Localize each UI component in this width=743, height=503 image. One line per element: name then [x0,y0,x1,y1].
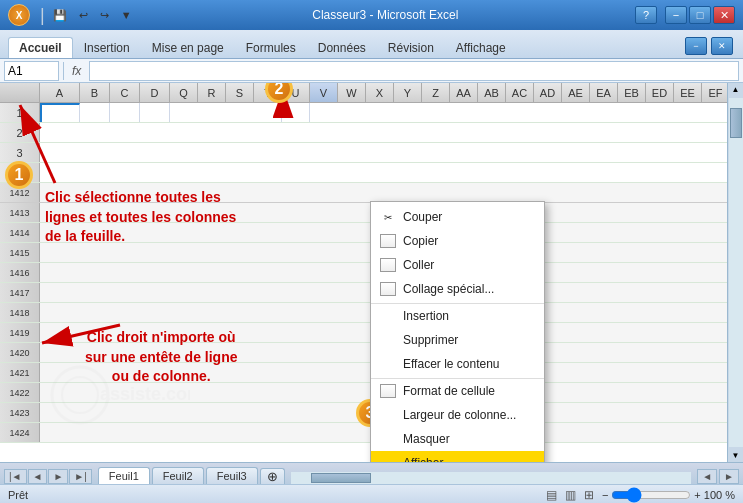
col-header-aa[interactable]: AA [450,83,478,102]
col-header-ea[interactable]: EA [590,83,618,102]
qat-save[interactable]: 💾 [49,8,71,23]
ctx-masquer[interactable]: Masquer [371,427,544,451]
ribbon-close-button[interactable]: ✕ [711,37,733,55]
view-normal-button[interactable]: ▤ [546,488,557,502]
zoom-out-button[interactable]: − [602,489,608,501]
sheet-tab-feuil3[interactable]: Feuil3 [206,467,258,484]
h-scroll-right[interactable]: ► [719,469,739,484]
col-header-x[interactable]: X [366,83,394,102]
scroll-down-button[interactable]: ▼ [730,449,742,462]
help-button[interactable]: ? [635,6,657,24]
col-header-eb[interactable]: EB [618,83,646,102]
cell-a1[interactable] [40,103,80,122]
row-num-1415[interactable]: 1415 [0,243,40,262]
ctx-copier[interactable]: Copier [371,229,544,253]
row-num-1417[interactable]: 1417 [0,283,40,302]
tab-formules[interactable]: Formules [235,37,307,58]
cell-row1-v[interactable] [282,103,310,122]
sheet-tab-feuil2[interactable]: Feuil2 [152,467,204,484]
ctx-format[interactable]: Format de cellule [371,378,544,403]
view-layout-button[interactable]: ▥ [565,488,576,502]
row-num-1422[interactable]: 1422 [0,383,40,402]
ctx-couper[interactable]: ✂ Couper [371,205,544,229]
cell-c1[interactable] [110,103,140,122]
ctx-largeur[interactable]: Largeur de colonne... [371,403,544,427]
ctx-collage-special[interactable]: Collage spécial... [371,277,544,301]
row-num-1416[interactable]: 1416 [0,263,40,282]
row-num-1424[interactable]: 1424 [0,423,40,442]
tab-first-button[interactable]: |◄ [4,469,27,484]
cell-row3[interactable] [40,143,743,162]
cell-d1[interactable] [140,103,170,122]
col-header-z[interactable]: Z [422,83,450,102]
row-num-2[interactable]: 2 [0,123,40,142]
minimize-button[interactable]: − [665,6,687,24]
row-num-1421[interactable]: 1421 [0,363,40,382]
view-preview-button[interactable]: ⊞ [584,488,594,502]
tab-prev-button[interactable]: ◄ [28,469,48,484]
formula-input[interactable] [89,61,739,81]
tab-accueil[interactable]: Accueil [8,37,73,58]
col-header-ee[interactable]: EE [674,83,702,102]
col-header-w[interactable]: W [338,83,366,102]
qat-dropdown[interactable]: ▼ [117,8,136,22]
row-num-1423[interactable]: 1423 [0,403,40,422]
tab-mise-en-page[interactable]: Mise en page [141,37,235,58]
row-num-1418[interactable]: 1418 [0,303,40,322]
tab-affichage[interactable]: Affichage [445,37,517,58]
cell-row1-mid[interactable] [170,103,282,122]
col-header-d[interactable]: D [140,83,170,102]
cell-b1[interactable] [80,103,110,122]
col-header-s[interactable]: S [226,83,254,102]
office-button[interactable]: X [8,4,30,26]
zoom-slider[interactable] [611,489,691,501]
row-num-1419[interactable]: 1419 [0,323,40,342]
h-scroll-thumb[interactable] [311,473,371,483]
col-header-ab[interactable]: AB [478,83,506,102]
ctx-afficher[interactable]: Afficher [371,451,544,462]
sheet-tab-feuil1[interactable]: Feuil1 [98,467,150,484]
qat-undo[interactable]: ↩ [75,8,92,23]
row-num-3[interactable]: 3 [0,143,40,162]
scroll-thumb[interactable] [730,108,742,138]
col-header-y[interactable]: Y [394,83,422,102]
close-button[interactable]: ✕ [713,6,735,24]
ctx-supprimer[interactable]: Supprimer [371,328,544,352]
tab-insertion[interactable]: Insertion [73,37,141,58]
cell-row2[interactable] [40,123,743,142]
cell-row1-rest[interactable] [310,103,743,122]
ctx-effacer[interactable]: Effacer le contenu [371,352,544,376]
col-header-ed[interactable]: ED [646,83,674,102]
select-all-button[interactable] [0,83,40,102]
maximize-button[interactable]: □ [689,6,711,24]
ctx-insertion[interactable]: Insertion [371,303,544,328]
sheet-tab-add[interactable]: ⊕ [260,468,285,484]
vertical-scrollbar[interactable]: ▲ ▼ [727,83,743,462]
col-header-ef[interactable]: EF [702,83,730,102]
col-header-r[interactable]: R [198,83,226,102]
row-num-1413[interactable]: 1413 [0,203,40,222]
row-num-1[interactable]: 1 [0,103,40,122]
row-num-1414[interactable]: 1414 [0,223,40,242]
col-header-v[interactable]: V [310,83,338,102]
col-header-ac[interactable]: AC [506,83,534,102]
col-header-ae[interactable]: AE [562,83,590,102]
qat-redo[interactable]: ↪ [96,8,113,23]
cell-reference[interactable]: A1 [4,61,59,81]
col-header-b[interactable]: B [80,83,110,102]
tab-donnees[interactable]: Données [307,37,377,58]
col-header-ad[interactable]: AD [534,83,562,102]
ribbon-minimize-button[interactable]: − [685,37,707,55]
row-num-1420[interactable]: 1420 [0,343,40,362]
tab-next-button[interactable]: ► [48,469,68,484]
scroll-up-button[interactable]: ▲ [730,83,742,96]
scroll-track[interactable] [729,98,743,447]
cell-row4[interactable] [40,163,743,182]
tab-last-button[interactable]: ►| [69,469,92,484]
col-header-q[interactable]: Q [170,83,198,102]
col-header-a[interactable]: A [40,83,80,102]
h-scroll-left[interactable]: ◄ [697,469,717,484]
horizontal-scrollbar[interactable] [291,472,691,484]
ctx-coller[interactable]: Coller [371,253,544,277]
tab-revision[interactable]: Révision [377,37,445,58]
